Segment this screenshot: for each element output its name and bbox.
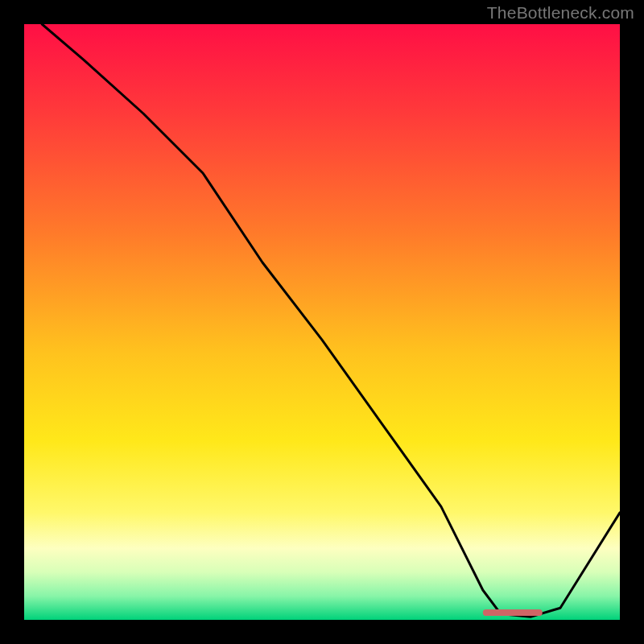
chart-frame: TheBottleneck.com xyxy=(0,0,644,644)
optimal-marker xyxy=(483,609,543,616)
watermark-label: TheBottleneck.com xyxy=(487,3,634,23)
bottleneck-chart xyxy=(24,24,620,620)
plot-background xyxy=(24,24,620,620)
